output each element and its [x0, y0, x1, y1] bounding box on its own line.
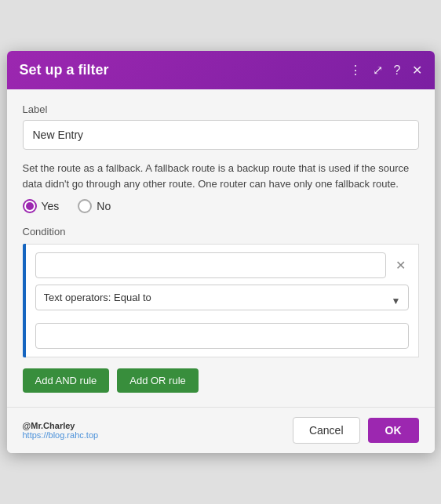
- condition-content: ✕ Text operators: Equal to Text operator…: [26, 244, 419, 357]
- add-or-rule-button[interactable]: Add OR rule: [117, 368, 199, 393]
- label-field-label: Label: [23, 103, 419, 115]
- radio-no[interactable]: No: [78, 199, 111, 213]
- add-and-rule-button[interactable]: Add AND rule: [23, 368, 110, 393]
- expand-icon[interactable]: ⤢: [373, 63, 383, 78]
- label-input[interactable]: [23, 120, 419, 150]
- radio-yes-inner: [26, 202, 34, 210]
- add-rule-row: Add AND rule Add OR rule: [23, 368, 419, 393]
- close-icon[interactable]: ✕: [412, 63, 422, 78]
- radio-yes[interactable]: Yes: [23, 199, 60, 213]
- operator-select[interactable]: Text operators: Equal to Text operators:…: [35, 285, 409, 310]
- radio-yes-outer: [23, 199, 37, 213]
- watermark-url: https://blog.rahc.top: [23, 430, 285, 440]
- menu-icon[interactable]: ⋮: [349, 63, 362, 78]
- header-icons: ⋮ ⤢ ? ✕: [349, 63, 422, 78]
- operator-row: Text operators: Equal to Text operators:…: [35, 285, 409, 317]
- help-icon[interactable]: ?: [394, 63, 401, 78]
- watermark-area: @Mr.Charley https://blog.rahc.top: [23, 421, 285, 440]
- radio-yes-label: Yes: [42, 200, 60, 212]
- watermark-name: @Mr.Charley: [23, 421, 285, 430]
- ok-button[interactable]: OK: [368, 418, 419, 443]
- condition-value-input[interactable]: [35, 323, 409, 349]
- dialog-body: Label Set the route as a fallback. A fal…: [7, 89, 435, 407]
- condition-input-row: ✕: [35, 252, 409, 278]
- fallback-radio-group: Yes No: [23, 199, 419, 213]
- filter-dialog: Set up a filter ⋮ ⤢ ? ✕ Label Set the ro…: [7, 51, 435, 453]
- dialog-footer: @Mr.Charley https://blog.rahc.top Cancel…: [7, 407, 435, 453]
- condition-section-label: Condition: [23, 226, 419, 237]
- cancel-button[interactable]: Cancel: [293, 417, 360, 444]
- condition-field-input[interactable]: [35, 252, 386, 278]
- dialog-header: Set up a filter ⋮ ⤢ ? ✕: [7, 51, 435, 89]
- condition-block: ✕ Text operators: Equal to Text operator…: [23, 244, 419, 357]
- clear-icon[interactable]: ✕: [392, 256, 409, 274]
- dialog-title: Set up a filter: [20, 62, 109, 78]
- fallback-info-text: Set the route as a fallback. A fallback …: [23, 161, 419, 191]
- radio-no-label: No: [97, 200, 111, 212]
- radio-no-outer: [78, 199, 92, 213]
